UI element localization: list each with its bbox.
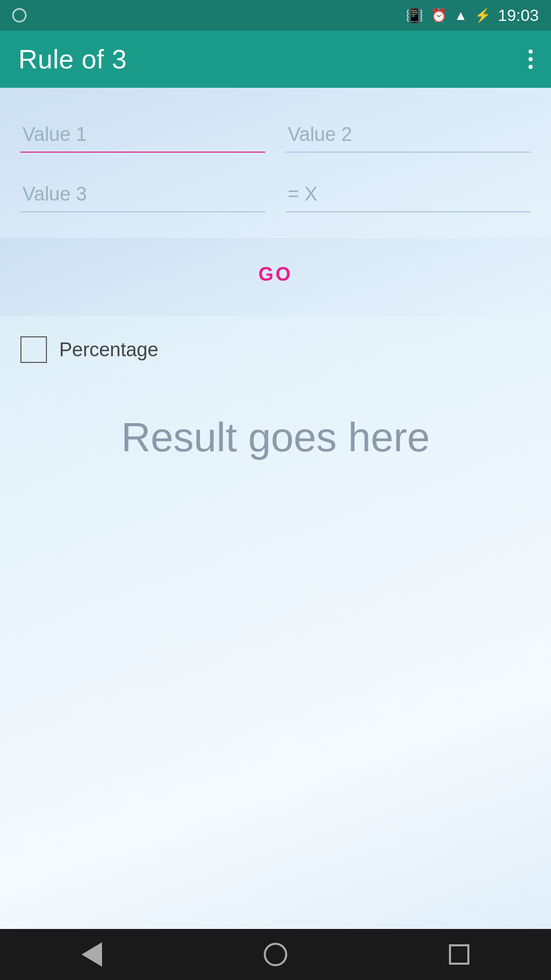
value2-wrapper — [286, 118, 531, 153]
app-bar: Rule of 3 — [0, 31, 551, 88]
input-row-1 — [20, 118, 531, 153]
percentage-row: Percentage — [20, 336, 531, 363]
nav-back-button[interactable] — [77, 939, 107, 970]
value1-input[interactable] — [20, 118, 265, 153]
more-dot-3 — [529, 65, 533, 69]
more-dot-2 — [529, 57, 533, 61]
value1-wrapper — [20, 118, 265, 153]
battery-icon: ⚡ — [474, 8, 491, 23]
status-time: 19:03 — [498, 6, 539, 25]
value3-input[interactable] — [20, 178, 265, 212]
nav-home-button[interactable] — [260, 939, 291, 970]
home-icon — [264, 943, 287, 966]
app-title: Rule of 3 — [18, 44, 127, 75]
signal-icon: ▲ — [454, 8, 467, 23]
result-text: Result goes here — [121, 414, 430, 461]
more-options-button[interactable] — [529, 50, 533, 69]
percentage-label: Percentage — [59, 339, 158, 361]
status-bar: 📳 ⏰ ▲ ⚡ 19:03 — [0, 0, 551, 31]
vibrate-icon: 📳 — [406, 7, 423, 24]
more-dot-1 — [529, 50, 533, 54]
input-section — [0, 88, 551, 238]
alarm-icon: ⏰ — [431, 8, 447, 23]
back-icon — [82, 942, 102, 967]
x-wrapper — [286, 178, 531, 212]
status-bar-left — [12, 8, 27, 22]
recent-icon — [449, 944, 469, 965]
x-result-input[interactable] — [286, 178, 531, 212]
result-area: Result goes here — [20, 383, 531, 909]
value3-wrapper — [20, 178, 265, 212]
status-bar-right: 📳 ⏰ ▲ ⚡ 19:03 — [406, 6, 539, 25]
value2-input[interactable] — [286, 118, 531, 153]
bottom-nav — [0, 929, 551, 980]
input-row-2 — [20, 178, 531, 212]
percentage-checkbox[interactable] — [20, 336, 47, 363]
status-dot-icon — [12, 8, 27, 22]
lower-section: Percentage Result goes here — [0, 316, 551, 929]
content-area: GO Percentage Result goes here — [0, 88, 551, 929]
go-section: GO — [0, 238, 551, 316]
nav-recent-button[interactable] — [444, 939, 474, 970]
go-button[interactable]: GO — [0, 248, 551, 301]
